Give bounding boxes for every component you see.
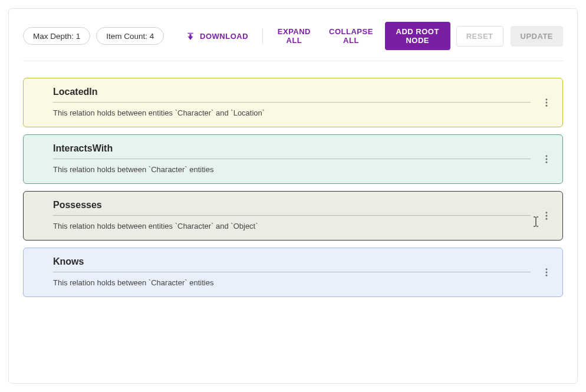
download-label: DOWNLOAD	[200, 32, 248, 41]
svg-point-5	[546, 162, 548, 163]
relation-card[interactable]: LocatedIn This relation holds between en…	[23, 78, 563, 127]
relation-card[interactable]: InteractsWith This relation holds betwee…	[23, 134, 563, 184]
svg-point-7	[546, 215, 548, 217]
more-vert-icon	[541, 97, 552, 108]
relation-card[interactable]: Knows This relation holds between `Chara…	[23, 248, 563, 297]
add-root-node-button[interactable]: ADD ROOT NODE	[385, 22, 450, 50]
svg-point-11	[546, 275, 548, 276]
download-icon	[186, 31, 195, 41]
card-rule	[53, 272, 531, 272]
svg-point-3	[546, 155, 548, 157]
cards-list: LocatedIn This relation holds between en…	[23, 78, 563, 297]
card-rule	[53, 159, 531, 159]
max-depth-chip[interactable]: Max Depth: 1	[23, 27, 90, 45]
more-vert-icon	[541, 210, 552, 221]
svg-point-9	[546, 268, 548, 270]
card-title: Knows	[53, 256, 531, 267]
card-title: LocatedIn	[53, 87, 531, 97]
reset-button[interactable]: RESET	[456, 26, 503, 47]
editor-panel: Max Depth: 1 Item Count: 4 DOWNLOAD EXPA…	[8, 8, 578, 384]
svg-point-1	[546, 102, 548, 104]
download-button[interactable]: DOWNLOAD	[180, 27, 254, 45]
card-description: This relation holds between entities `Ch…	[53, 108, 531, 117]
toolbar-divider	[262, 28, 263, 44]
card-menu-button[interactable]	[538, 150, 555, 168]
card-title: InteractsWith	[53, 143, 531, 154]
card-menu-button[interactable]	[538, 207, 555, 225]
card-rule	[53, 102, 531, 103]
svg-point-8	[546, 218, 548, 220]
relation-card[interactable]: Possesses This relation holds between en…	[23, 191, 563, 241]
card-title: Possesses	[53, 200, 531, 210]
card-description: This relation holds between entities `Ch…	[53, 222, 531, 230]
svg-point-2	[546, 105, 548, 107]
expand-all-button[interactable]: EXPAND ALL	[271, 22, 317, 50]
item-count-chip[interactable]: Item Count: 4	[96, 27, 164, 45]
svg-point-4	[546, 159, 548, 160]
card-description: This relation holds between `Character` …	[53, 278, 531, 287]
more-vert-icon	[541, 267, 552, 278]
svg-point-0	[546, 98, 548, 100]
card-description: This relation holds between `Character` …	[53, 165, 531, 174]
collapse-all-button[interactable]: COLLAPSE ALL	[323, 22, 379, 50]
svg-point-6	[546, 212, 548, 213]
more-vert-icon	[541, 154, 552, 164]
update-button[interactable]: UPDATE	[511, 26, 563, 47]
card-menu-button[interactable]	[538, 263, 555, 281]
card-menu-button[interactable]	[538, 94, 555, 111]
toolbar: Max Depth: 1 Item Count: 4 DOWNLOAD EXPA…	[23, 22, 563, 61]
card-rule	[53, 215, 531, 216]
svg-point-10	[546, 272, 548, 274]
